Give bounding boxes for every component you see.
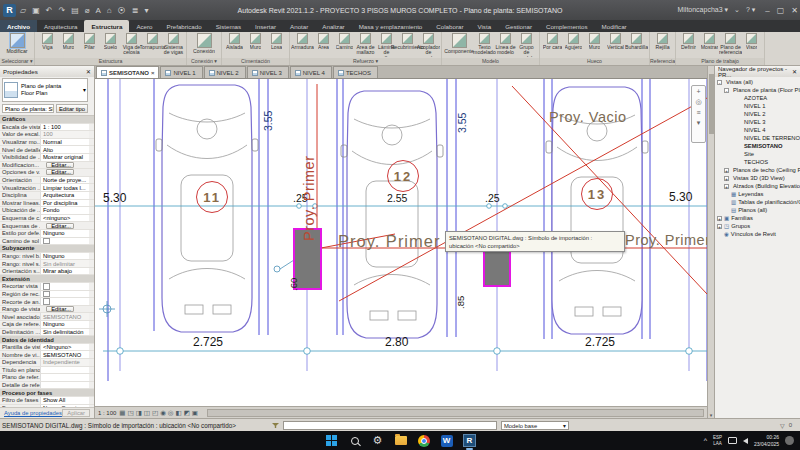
edit-type-button[interactable]: Editar tipo [56,104,88,113]
property-row[interactable]: Esquemas de ... Editar... [0,222,94,230]
ribbon-button[interactable]: Vertical [605,33,626,50]
view-control-icon[interactable]: ◰ [152,409,158,417]
expand-collapse-icon[interactable]: - [724,88,729,93]
ribbon-button[interactable]: Pilar [79,33,100,50]
ribbon-tab[interactable]: Prefabricado [160,20,209,32]
word-button[interactable]: W [440,434,453,447]
ribbon-button[interactable]: Camino [334,33,355,50]
view-control-icon[interactable]: ▦ [119,409,125,417]
ribbon-button[interactable]: Por cara [542,33,563,50]
ribbon-button[interactable]: Mostrar [699,33,720,50]
qat-icon[interactable]: A [96,6,101,15]
browser-tree-item[interactable]: - Vistas (all) [715,78,800,86]
property-row[interactable]: Plantilla de vista <Ninguno> [0,344,94,352]
ribbon-tab[interactable]: Arquitectura [37,20,84,32]
expand-collapse-icon[interactable] [735,128,740,133]
view-tab[interactable]: NIVEL 3 [247,66,289,78]
ribbon-button[interactable]: Línea de modelo [495,33,516,56]
type-selector-dropdown-icon[interactable]: ▾ [83,87,86,93]
view-control-icon[interactable]: ◩ [184,409,190,417]
browser-tree-item[interactable]: ◉ Vínculos de Revit [715,230,800,238]
view-control-icon[interactable]: ◫ [144,409,150,417]
horizontal-scrollbar[interactable] [207,409,704,417]
element-filter-combo[interactable]: Plano de planta: SE [2,104,54,113]
ribbon-button[interactable]: Acoplador de armadura [418,33,439,57]
view-control-icon[interactable]: ▣ [192,409,198,417]
view-tab[interactable]: TECHOS [333,66,378,78]
view-control-icon[interactable]: ◧ [175,409,181,417]
drawing-canvas[interactable]: 5.305.30.252.55.252.7252.802.7253.553.55… [95,79,707,406]
ribbon-tab[interactable]: Anotar [283,20,315,32]
view-control-icon[interactable]: ◳ [128,409,134,417]
scale-control[interactable]: 1 : 100 [98,410,116,416]
ribbon-group-label[interactable]: Referencia [650,58,675,66]
property-row[interactable]: Visibilidad de ... Mostrar original [0,154,94,162]
ribbon-button[interactable]: Texto modelado [474,33,495,56]
ribbon-button[interactable]: Muro [58,33,79,50]
property-row[interactable]: Plano de refer... [0,374,94,382]
ribbon-tab[interactable]: Acero [129,20,159,32]
property-row[interactable]: Región de rec... [0,291,94,299]
expand-collapse-icon[interactable] [735,104,740,109]
start-button[interactable] [325,434,338,447]
language-indicator[interactable]: ESPLAA [713,435,722,445]
ribbon-button[interactable]: Conexión [189,33,219,54]
browser-tree-item[interactable]: NIVEL 1 [715,102,800,110]
vertical-scrollbar[interactable]: ▾ [707,66,714,418]
property-row[interactable]: Escala de vista 1 : 100 [0,124,94,132]
qat-icon[interactable]: ▾ [144,6,148,15]
ribbon-button[interactable]: Armadura [292,33,313,50]
ribbon-button[interactable]: Recubrimiento [397,33,418,50]
property-row[interactable]: Orientación s... Mirar abajo [0,268,94,276]
scrollbar-thumb[interactable] [709,74,714,134]
property-row[interactable]: Visualizar mo... Normal [0,139,94,147]
ribbon-button[interactable]: Definir [678,33,699,50]
expand-collapse-icon[interactable] [717,232,722,237]
status-right-icon[interactable]: ▽ [780,422,785,429]
property-row[interactable]: Camino de sol [0,238,94,246]
expand-collapse-icon[interactable]: + [724,168,729,173]
expand-collapse-icon[interactable]: + [724,184,729,189]
property-row[interactable]: Caja de refere... Ninguno [0,321,94,329]
display-icon[interactable] [728,437,737,444]
close-button[interactable]: ✕ [791,6,798,15]
view-control-icon[interactable]: ◉ [160,409,166,417]
properties-close-icon[interactable]: ✕ [86,68,91,75]
view-control-icon[interactable]: ◎ [168,409,174,417]
expand-collapse-icon[interactable]: + [717,216,722,221]
help-menu[interactable]: ? ▾ [746,6,755,14]
qat-icon[interactable]: ↷ [58,6,65,15]
ribbon-button[interactable]: Área [313,33,334,50]
browser-tree-item[interactable]: ▦ Leyendas [715,190,800,198]
expand-collapse-icon[interactable] [735,96,740,101]
browser-tree-item[interactable]: ▤ Planos (all) [715,206,800,214]
ribbon-button[interactable]: Área de mallazo [355,33,376,56]
expand-collapse-icon[interactable]: + [724,176,729,181]
minimize-button[interactable]: – [765,6,769,15]
browser-tree-item[interactable]: + Vistas 3D (3D View) [715,174,800,182]
browser-tree-item[interactable]: + Alzados (Building Elevatio [715,182,800,190]
ribbon-button[interactable]: Tornapunta [142,33,163,50]
expand-collapse-icon[interactable] [735,120,740,125]
property-row[interactable]: Subyacente [0,245,94,253]
browser-tree-item[interactable]: NIVEL 3 [715,118,800,126]
expand-collapse-icon[interactable] [724,192,729,197]
property-row[interactable]: Esquema de c... <ninguno> [0,215,94,223]
property-row[interactable]: Ubicación de ... Fondo [0,207,94,215]
ribbon-tab[interactable]: Insertar [248,20,283,32]
ribbon-group-label[interactable]: Cimentación [222,58,289,66]
property-row[interactable]: Detalle de refe... [0,382,94,390]
view-tab[interactable]: NIVEL 2 [204,66,246,78]
workset-box[interactable] [283,421,497,430]
status-right-icon[interactable]: 0 [789,422,792,429]
browser-tree-item[interactable]: - Planos de planta (Floor Pla [715,86,800,94]
property-row[interactable]: Nivel de detalle Alto [0,146,94,154]
ribbon-tab[interactable]: Colaborar [429,20,470,32]
expand-collapse-icon[interactable] [724,200,729,205]
speaker-icon[interactable] [743,438,748,444]
browser-tree-item[interactable]: + ▣ Familias [715,214,800,222]
ribbon-tab[interactable]: Archivo [0,20,37,32]
property-row[interactable]: Extensión [0,275,94,283]
ribbon-button[interactable]: Componente [444,33,474,54]
ribbon-tab[interactable]: Masa y emplazamiento [352,20,430,32]
